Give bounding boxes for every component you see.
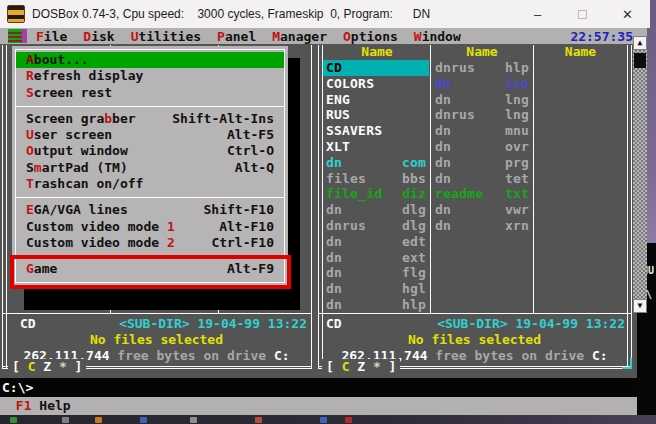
file-row-ENG[interactable]: ENG [323,92,429,108]
file-row-dn-vwr[interactable]: dnvwr [432,202,532,218]
file-row-dn-mnu[interactable]: dnmnu [432,123,532,139]
menu-shortcut: Alt-F9 [227,261,274,277]
menu-shortcut: Shift-F10 [204,202,274,218]
window-title: DOSBox 0.74-3, Cpu speed: 3000 cycles, F… [32,7,430,21]
taskbar-icon [320,417,327,423]
menu-item-custom-video-mode-1[interactable]: Custom video mode 1Alt-F10 [16,219,284,235]
column-header-name: Name [432,45,532,60]
file-row-dn-hlp[interactable]: dnhlp [323,297,429,313]
file-row-COLORS[interactable]: COLORS [323,76,429,92]
file-row-dnrus-hlp[interactable]: dnrushlp [432,60,532,76]
taskbar-icon [345,417,352,423]
menu-item-trashcan-on-off[interactable]: Trashcan on/off [16,176,284,192]
file-row-SSAVERS[interactable]: SSAVERS [323,123,429,139]
scrollbar-thumb[interactable] [634,53,646,68]
taskbar-sliver [0,415,656,424]
file-column-1: CDCOLORSENGRUSSSAVERSXLTdncomfilesbbsfil… [323,60,429,313]
left-panel-drive-tag[interactable]: [ C Z * ] [8,359,86,374]
taskbar-icon [10,417,17,423]
maximize-icon [578,10,587,19]
file-row-dn-ovr[interactable]: dnovr [432,139,532,155]
left-panel-current-dir: CD [20,316,36,332]
menu-separator [16,101,284,111]
column-header-name: Name [535,45,626,60]
title-bar[interactable]: DOSBox 0.74-3, Cpu speed: 3000 cycles, F… [0,0,650,28]
file-row-file_id-diz[interactable]: file_iddiz [323,186,429,202]
close-button[interactable]: ✕ [605,0,650,28]
left-panel-selection-status: No files selected [2,332,311,348]
file-row-dnrus-dlg[interactable]: dnrusdlg [323,218,429,234]
file-row-readme-txt[interactable]: readmetxt [432,186,532,202]
right-panel-column-divider [430,45,431,313]
file-row-dn-hgl[interactable]: dnhgl [323,281,429,297]
file-row-dn-xrn[interactable]: dnxrn [432,218,532,234]
background-scrollbar[interactable]: ▲ ▼ [633,36,647,313]
right-panel-right-border [631,45,632,369]
file-row-RUS[interactable]: RUS [323,107,429,123]
system-dropdown-menu: About...Refresh displayScreen restScreen… [12,46,288,286]
menu-shortcut: Ctrl-O [227,143,274,159]
menu-separator [16,251,284,261]
menu-item-about-[interactable]: About... [16,52,284,68]
function-key-bar[interactable]: F1 Help [0,397,648,415]
f1-help-label: Help [31,398,70,413]
file-row-dn-tet[interactable]: dntet [432,171,532,187]
file-column-2: dnrushlpdnicodnlngdnruslngdnmnudnovrdnpr… [432,60,532,313]
right-panel-drive-tag[interactable]: [ C Z * ] [322,359,400,374]
right-panel-dir-info: <SUB-DIR> 19-04-99 13:22 [437,316,625,332]
menu-shortcut: Shift-Alt-Ins [172,111,274,127]
menu-items: About...Refresh displayScreen restScreen… [15,49,285,283]
menu-item-game[interactable]: GameAlt-F9 [16,261,284,277]
menu-item-output-window[interactable]: Output windowCtrl-O [16,143,284,159]
file-row-dn-edt[interactable]: dnedt [323,234,429,250]
f1-key-label: F1 [8,398,31,413]
scroll-down-icon[interactable]: ▼ [633,299,647,313]
maximize-button[interactable] [560,0,605,28]
dosbox-app-icon [7,5,25,23]
file-row-dn-dlg[interactable]: dndlg [323,202,429,218]
taskbar-icon [95,417,102,423]
file-row-files-bbs[interactable]: filesbbs [323,171,429,187]
file-row-dn-lng[interactable]: dnlng [432,92,532,108]
command-line[interactable]: C:\> [0,378,650,397]
menu-separator [16,192,284,202]
menu-shortcut: Alt-F5 [227,127,274,143]
file-row-dn-prg[interactable]: dnprg [432,155,532,171]
file-row-dnrus-lng[interactable]: dnruslng [432,107,532,123]
left-panel-right-border [311,45,312,369]
right-panel-selection-status: No files selected [318,332,631,348]
taskbar-icon [140,417,147,423]
menu-item-custom-video-mode-2[interactable]: Custom video mode 2Ctrl-F10 [16,235,284,251]
dosbox-window: DOSBox 0.74-3, Cpu speed: 3000 cycles, F… [0,0,650,415]
file-row-CD[interactable]: CD [323,60,429,76]
right-panel-separator [318,313,631,314]
column-header-name: Name [324,45,430,60]
command-prompt: C:\> [2,380,33,395]
desktop-wallpaper: NU :\ ▲ ▼ DOSBox 0.74-3, Cpu speed: 3000… [0,0,656,424]
menu-shortcut: Alt-F10 [219,219,274,235]
menu-item-ega-vga-lines[interactable]: EGA/VGA linesShift-F10 [16,202,284,218]
menu-shortcut: Ctrl-F10 [211,235,274,251]
menu-item-refresh-display[interactable]: Refresh display [16,68,284,84]
scroll-up-icon[interactable]: ▲ [633,36,647,50]
file-row-dn-ext[interactable]: dnext [323,250,429,266]
menu-item-smartpad-tm-[interactable]: SmartPad (TM)Alt-Q [16,160,284,176]
taskbar-icon [190,417,197,423]
file-row-dn-ico[interactable]: dnico [432,76,532,92]
menubar-item-options[interactable]: Options [343,29,398,44]
file-row-XLT[interactable]: XLT [323,139,429,155]
file-row-dn-com[interactable]: dncom [323,155,429,171]
right-panel-current-dir: CD [326,316,342,332]
menu-item-user-screen[interactable]: User screenAlt-F5 [16,127,284,143]
left-panel-dir-info: <SUB-DIR> 19-04-99 13:22 [119,316,307,332]
file-row-dn-flg[interactable]: dnflg [323,265,429,281]
menu-item-screen-rest[interactable]: Screen rest [16,85,284,101]
menu-item-screen-grabber[interactable]: Screen grabberShift-Alt-Ins [16,111,284,127]
right-panel-column-divider [533,45,534,313]
right-panel-border [318,45,319,369]
menubar-item-window[interactable]: Window [414,29,461,44]
minimize-button[interactable]: – [515,0,560,28]
menu-shortcut: Alt-Q [235,160,274,176]
dos-screen: FileDiskUtilitiesPanelManagerOptionsWind… [0,28,647,415]
panel-corner-accent [622,358,632,369]
